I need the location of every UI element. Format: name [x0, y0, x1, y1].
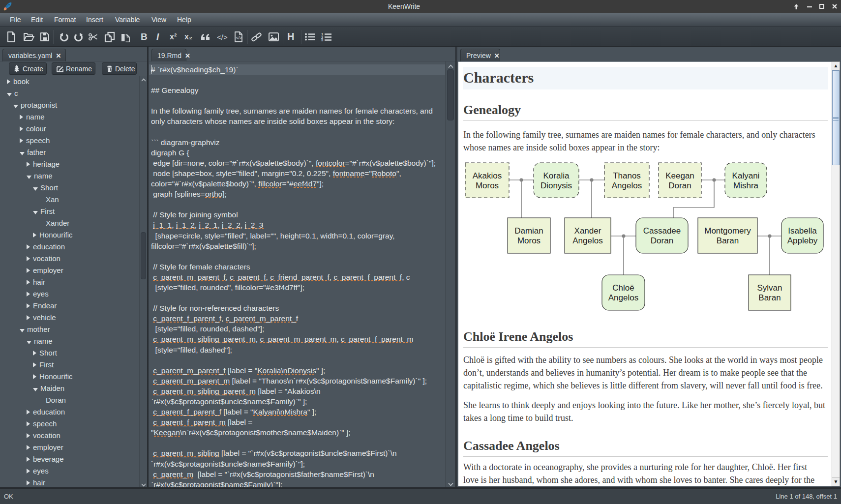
svg-text:Isabella: Isabella	[788, 226, 817, 236]
svg-text:Appleby: Appleby	[787, 236, 818, 245]
svg-text:Koralia: Koralia	[543, 171, 570, 180]
svg-text:Moros: Moros	[476, 181, 499, 190]
svg-text:Doran: Doran	[668, 181, 691, 190]
svg-text:Mishra: Mishra	[733, 181, 759, 190]
svg-text:Kalyani: Kalyani	[732, 171, 760, 180]
svg-text:Doran: Doran	[651, 236, 673, 245]
svg-text:Akakios: Akakios	[473, 171, 502, 180]
svg-text:3: 3	[321, 38, 323, 41]
svg-text:Chloë: Chloë	[612, 283, 634, 293]
svg-text:</>: </>	[236, 35, 242, 40]
svg-text:Angelos: Angelos	[612, 181, 642, 190]
svg-text:Keegan: Keegan	[665, 171, 694, 180]
svg-text:Sylvan: Sylvan	[757, 283, 782, 293]
svg-text:Xander: Xander	[574, 226, 601, 236]
svg-text:Dionysis: Dionysis	[541, 181, 572, 190]
svg-text:Montgomery: Montgomery	[704, 226, 751, 236]
svg-text:Cassadee: Cassadee	[643, 226, 681, 236]
svg-text:Moros: Moros	[517, 236, 541, 245]
svg-text:Angelos: Angelos	[608, 293, 638, 302]
svg-text:Baran: Baran	[758, 293, 781, 302]
svg-text:Damian: Damian	[514, 226, 543, 236]
svg-text:Thanos: Thanos	[613, 171, 641, 180]
svg-text:Baran: Baran	[717, 236, 739, 245]
svg-text:Angelos: Angelos	[572, 236, 602, 245]
